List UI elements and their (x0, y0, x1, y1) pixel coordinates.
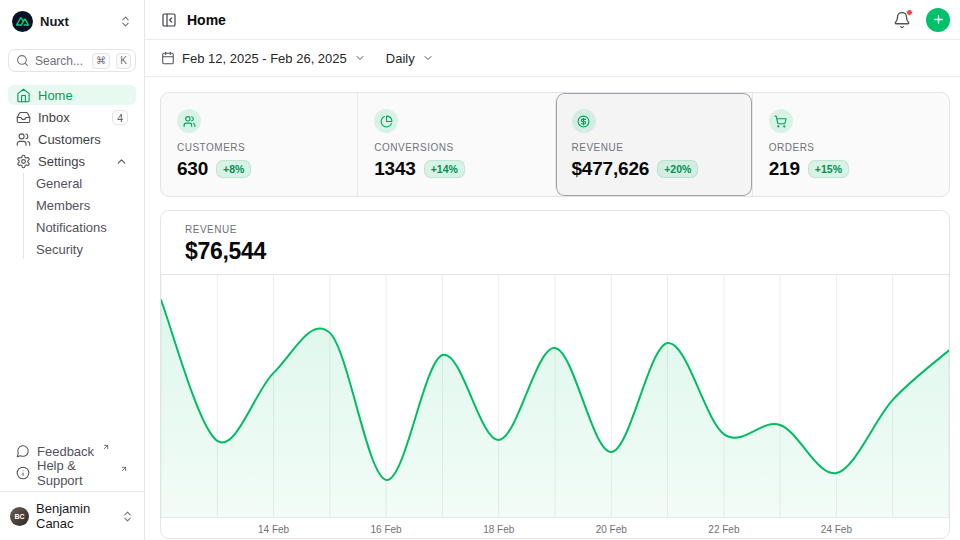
notifications-button[interactable] (893, 11, 911, 29)
footer-link-label: Help & Support (37, 458, 112, 488)
chevron-up-icon (115, 155, 128, 168)
granularity-value: Daily (386, 51, 415, 66)
date-range-picker[interactable]: Feb 12, 2025 - Feb 26, 2025 (161, 51, 366, 66)
page-title: Home (187, 12, 226, 28)
home-icon (16, 88, 31, 103)
date-range-value: Feb 12, 2025 - Feb 26, 2025 (182, 51, 347, 66)
sub-item-label: Security (36, 242, 83, 257)
chart-current-value: $76,544 (185, 238, 925, 265)
k-kbd: K (116, 53, 131, 69)
sidebar-item-customers[interactable]: Customers (8, 129, 136, 149)
stat-label: CUSTOMERS (177, 142, 341, 153)
sub-item-label: Members (36, 198, 90, 213)
stat-label: ORDERS (769, 142, 933, 153)
users-icon (16, 132, 31, 147)
inbox-icon (16, 110, 31, 125)
settings-submenu: General Members Notifications Security (23, 173, 136, 259)
stat-delta-badge: +14% (424, 160, 465, 178)
stat-card-conversions[interactable]: CONVERSIONS 1343 +14% (357, 93, 554, 196)
sub-item-label: General (36, 176, 82, 191)
stat-card-revenue[interactable]: REVENUE $477,626 +20% (555, 93, 752, 196)
chevron-down-icon (354, 52, 366, 64)
stat-card-customers[interactable]: CUSTOMERS 630 +8% (161, 93, 357, 196)
stat-value: 630 (177, 157, 208, 181)
workspace-switcher[interactable]: Nuxt (8, 10, 136, 32)
workspace-name: Nuxt (40, 14, 112, 29)
sidebar-item-label: Settings (38, 154, 85, 169)
stat-delta-badge: +8% (216, 160, 251, 178)
page-header: Home (145, 0, 960, 40)
stat-delta-badge: +15% (808, 160, 849, 178)
help-support-link[interactable]: Help & Support (8, 463, 136, 483)
granularity-select[interactable]: Daily (386, 51, 434, 66)
info-circle-icon (16, 466, 30, 480)
sidebar-item-general[interactable]: General (36, 173, 136, 193)
pie-chart-icon (374, 109, 398, 133)
sidebar: Nuxt Search... ⌘ K Home (0, 0, 145, 540)
stat-label: CONVERSIONS (374, 142, 538, 153)
svg-text:24 Feb: 24 Feb (821, 524, 853, 535)
svg-text:16 Feb: 16 Feb (371, 524, 403, 535)
stat-label: REVENUE (572, 142, 736, 153)
stat-value: 219 (769, 157, 800, 181)
gear-icon (16, 154, 31, 169)
calendar-icon (161, 51, 175, 65)
filters-toolbar: Feb 12, 2025 - Feb 26, 2025 Daily (145, 40, 960, 77)
main-area: Home Feb 12, 2025 - Feb 26, 2025 (145, 0, 960, 540)
sidebar-footer: Feedback Help & Support (8, 441, 136, 491)
sidebar-item-security[interactable]: Security (36, 239, 136, 259)
sidebar-item-label: Home (38, 88, 73, 103)
stat-value: 1343 (374, 157, 415, 181)
revenue-chart-card: REVENUE $76,544 14 Feb16 Feb18 Feb20 Feb… (160, 210, 950, 539)
sub-item-label: Notifications (36, 220, 107, 235)
sidebar-nav: Home Inbox 4 Customers Settings (8, 85, 136, 261)
svg-text:18 Feb: 18 Feb (483, 524, 515, 535)
command-kbd: ⌘ (92, 53, 110, 69)
user-menu[interactable]: BC Benjamin Canac (0, 491, 144, 540)
chevrons-up-down-icon (121, 510, 134, 523)
sidebar-item-notifications[interactable]: Notifications (36, 217, 136, 237)
sidebar-item-label: Inbox (38, 110, 70, 125)
page-content: CUSTOMERS 630 +8% CONVERSIONS 1343 +14% (145, 77, 960, 539)
sidebar-item-inbox[interactable]: Inbox 4 (8, 107, 136, 127)
svg-text:22 Feb: 22 Feb (708, 524, 740, 535)
search-placeholder: Search... (35, 54, 86, 68)
chevrons-up-down-icon (119, 15, 132, 28)
dollar-circle-icon (572, 109, 596, 133)
sidebar-item-label: Customers (38, 132, 101, 147)
notification-dot (906, 9, 913, 16)
inbox-count-badge: 4 (112, 110, 128, 125)
stats-cards: CUSTOMERS 630 +8% CONVERSIONS 1343 +14% (160, 92, 950, 197)
sidebar-item-settings[interactable]: Settings (8, 151, 136, 171)
collapse-sidebar-icon[interactable] (161, 12, 177, 28)
svg-text:14 Feb: 14 Feb (258, 524, 290, 535)
message-circle-icon (16, 444, 30, 458)
cart-icon (769, 109, 793, 133)
stat-card-orders[interactable]: ORDERS 219 +15% (752, 93, 949, 196)
dashboard-app: Nuxt Search... ⌘ K Home (0, 0, 960, 540)
stat-value: $477,626 (572, 157, 650, 181)
sidebar-item-home[interactable]: Home (8, 85, 136, 105)
nuxt-logo-icon (12, 11, 33, 32)
footer-link-label: Feedback (37, 444, 94, 459)
external-link-icon (102, 443, 110, 451)
plus-icon (932, 13, 945, 26)
svg-text:20 Feb: 20 Feb (596, 524, 628, 535)
sidebar-item-members[interactable]: Members (36, 195, 136, 215)
chevron-down-icon (422, 52, 434, 64)
search-input[interactable]: Search... ⌘ K (8, 49, 136, 72)
stat-delta-badge: +20% (657, 160, 698, 178)
external-link-icon (120, 465, 128, 473)
avatar: BC (10, 507, 29, 526)
users-icon (177, 109, 201, 133)
user-name: Benjamin Canac (36, 501, 114, 531)
search-icon (16, 54, 29, 67)
header-actions (893, 8, 950, 32)
add-button[interactable] (926, 8, 950, 32)
chart-title: REVENUE (185, 224, 925, 235)
revenue-area-chart[interactable]: 14 Feb16 Feb18 Feb20 Feb22 Feb24 Feb (161, 274, 949, 538)
